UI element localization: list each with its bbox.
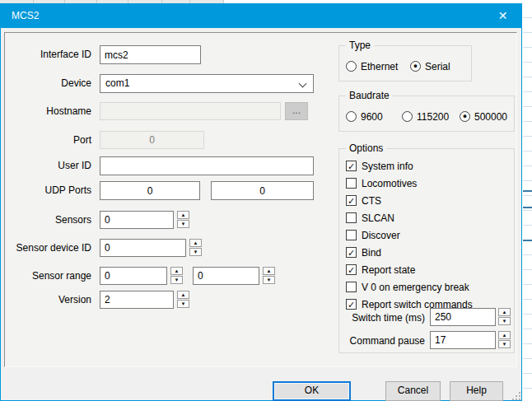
cancel-button[interactable]: Cancel xyxy=(385,381,441,401)
port-label: Port xyxy=(5,134,91,146)
switch-time-input[interactable] xyxy=(430,308,496,326)
checkbox-icon: ✓ xyxy=(346,247,357,258)
type-group: Type Ethernet ● Serial xyxy=(338,45,472,82)
port-input xyxy=(100,131,204,149)
sensors-label: Sensors xyxy=(5,214,91,226)
mcs2-dialog: MCS2 ✕ Interface ID Device com1 Hostname… xyxy=(0,3,522,401)
spin-up-icon[interactable]: ▲ xyxy=(177,291,189,299)
options-group: Options ✓ System info Locomotives ✓ CTS … xyxy=(338,148,515,353)
dialog-title: MCS2 xyxy=(12,4,39,28)
close-icon[interactable]: ✕ xyxy=(484,4,521,28)
interface-id-label: Interface ID xyxy=(5,49,91,60)
udp-port-1-input[interactable] xyxy=(100,181,200,200)
checkbox-label: Report state xyxy=(362,264,415,276)
radio-label: 9600 xyxy=(361,111,383,123)
background-grid-line xyxy=(523,240,532,241)
checkbox-icon: ✓ xyxy=(346,264,357,275)
spin-down-icon[interactable]: ▼ xyxy=(498,340,511,348)
checkbox-label: Bind xyxy=(362,247,381,259)
radio-label: 500000 xyxy=(474,111,507,123)
checkbox-label: V 0 on emergency break xyxy=(362,282,469,293)
radio-label: Ethernet xyxy=(361,61,398,72)
spin-up-icon[interactable]: ▲ xyxy=(189,239,202,247)
options-group-title: Options xyxy=(346,142,386,154)
radio-icon xyxy=(346,61,357,72)
device-combobox[interactable]: com1 xyxy=(100,74,314,93)
udp-port-2-input[interactable] xyxy=(211,181,314,200)
baudrate-group: Baudrate 9600 115200 ● 500000 xyxy=(338,96,515,132)
checkbox-label: SLCAN xyxy=(362,212,394,224)
version-input[interactable] xyxy=(100,291,174,309)
checkbox-label: CTS xyxy=(362,195,381,207)
spin-down-icon[interactable]: ▼ xyxy=(177,220,189,228)
checkbox-icon: ✓ xyxy=(346,195,357,206)
checkbox-icon: ✓ xyxy=(346,161,357,171)
sensor-range-2-spinner: ▲ ▼ xyxy=(263,267,275,285)
spin-down-icon[interactable]: ▼ xyxy=(189,248,202,256)
radio-icon xyxy=(346,111,357,122)
ok-button[interactable]: OK xyxy=(273,381,351,401)
spin-down-icon[interactable]: ▼ xyxy=(498,317,511,325)
command-pause-spinner: ▲ ▼ xyxy=(498,331,511,349)
radio-icon: ● xyxy=(460,111,470,122)
spin-up-icon[interactable]: ▲ xyxy=(170,267,183,275)
spin-up-icon[interactable]: ▲ xyxy=(177,211,189,219)
sensors-input[interactable] xyxy=(100,211,174,229)
user-id-label: User ID xyxy=(5,160,91,171)
help-button[interactable]: Help xyxy=(450,381,503,401)
command-pause-input[interactable] xyxy=(430,331,496,349)
sensor-device-id-spinner: ▲ ▼ xyxy=(189,239,202,257)
chevron-down-icon xyxy=(299,80,307,88)
device-label: Device xyxy=(5,77,91,89)
sensor-range-1-input[interactable] xyxy=(100,267,167,285)
radio-icon: ● xyxy=(410,61,421,72)
baudrate-group-title: Baudrate xyxy=(346,90,393,101)
spin-up-icon[interactable]: ▲ xyxy=(263,267,275,275)
spin-up-icon[interactable]: ▲ xyxy=(498,331,511,339)
radio-label: 115200 xyxy=(417,111,449,123)
sensor-device-id-label: Sensor device ID xyxy=(5,242,91,254)
checkbox-label: System info xyxy=(362,161,413,172)
checkbox-label: Discover xyxy=(362,230,400,241)
titlebar[interactable]: MCS2 ✕ xyxy=(1,4,521,28)
spin-down-icon[interactable]: ▼ xyxy=(170,276,183,284)
content-panel: Interface ID Device com1 Hostname ... Po… xyxy=(4,32,517,367)
spin-down-icon[interactable]: ▼ xyxy=(177,300,189,308)
radio-label: Serial xyxy=(425,61,450,72)
user-id-input[interactable] xyxy=(100,156,314,175)
hostname-input xyxy=(100,102,281,120)
checkbox-icon xyxy=(346,230,357,240)
sensor-range-label: Sensor range xyxy=(5,270,91,282)
spin-up-icon[interactable]: ▲ xyxy=(498,308,511,316)
version-spinner: ▲ ▼ xyxy=(177,291,189,309)
screen: MCS2 ✕ Interface ID Device com1 Hostname… xyxy=(0,0,532,401)
sensors-spinner: ▲ ▼ xyxy=(177,211,189,229)
checkbox-icon xyxy=(346,212,357,223)
spin-down-icon[interactable]: ▼ xyxy=(263,276,275,284)
resize-grip[interactable] xyxy=(512,392,520,400)
radio-icon xyxy=(402,111,413,122)
command-pause-label: Command pause xyxy=(341,335,425,347)
switch-time-label: Switch time (ms) xyxy=(341,312,425,324)
switch-time-spinner: ▲ ▼ xyxy=(498,308,511,326)
checkbox-icon xyxy=(346,282,357,292)
device-value: com1 xyxy=(105,77,129,89)
interface-id-input[interactable] xyxy=(100,45,201,64)
udp-ports-label: UDP Ports xyxy=(5,184,91,196)
sensor-range-2-input[interactable] xyxy=(193,267,259,285)
hostname-label: Hostname xyxy=(5,105,91,117)
checkbox-icon xyxy=(346,178,357,189)
type-group-title: Type xyxy=(346,40,374,51)
background-grid-line xyxy=(523,207,532,208)
hostname-browse-button[interactable]: ... xyxy=(285,102,308,120)
checkbox-icon: ✓ xyxy=(346,299,357,310)
background-grid-line xyxy=(523,190,532,192)
background-table xyxy=(523,3,532,401)
version-label: Version xyxy=(5,294,91,305)
sensor-device-id-input[interactable] xyxy=(100,239,186,257)
sensor-range-1-spinner: ▲ ▼ xyxy=(170,267,183,285)
checkbox-label: Locomotives xyxy=(362,178,417,189)
